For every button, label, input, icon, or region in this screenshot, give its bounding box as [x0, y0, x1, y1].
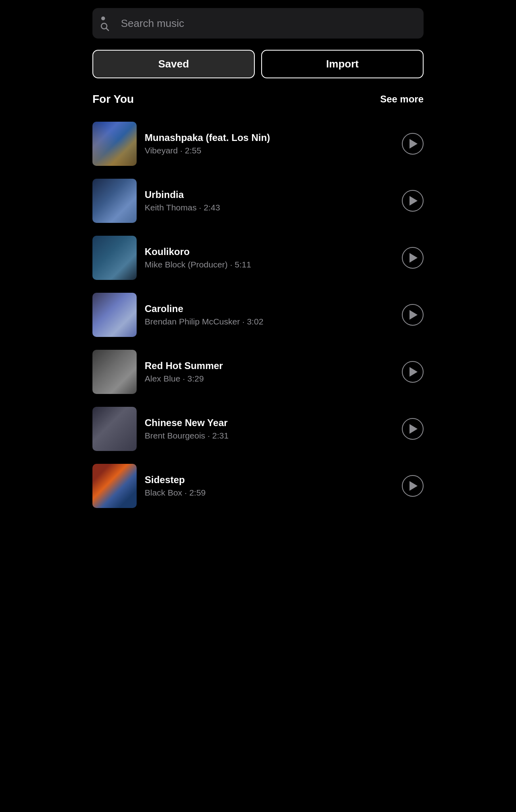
see-more-link[interactable]: See more [380, 94, 424, 105]
tab-saved[interactable]: Saved [92, 50, 255, 78]
play-button[interactable] [402, 190, 424, 212]
play-button[interactable] [402, 304, 424, 326]
track-item[interactable]: Koulikoro Mike Block (Producer) · 5:11 [92, 229, 424, 286]
play-icon [410, 424, 418, 434]
track-artwork [92, 236, 137, 280]
track-artwork [92, 350, 137, 394]
track-info: Koulikoro Mike Block (Producer) · 5:11 [145, 246, 394, 269]
track-meta: Brendan Philip McCusker · 3:02 [145, 317, 394, 326]
track-title: Urbindia [145, 189, 394, 200]
track-info: Munashpaka (feat. Los Nin) Vibeyard · 2:… [145, 132, 394, 155]
track-meta: Keith Thomas · 2:43 [145, 203, 394, 212]
play-button[interactable] [402, 418, 424, 440]
track-artwork [92, 293, 137, 337]
track-title: Sidestep [145, 474, 394, 486]
search-input[interactable] [121, 17, 416, 30]
track-artwork [92, 464, 137, 508]
track-artwork [92, 407, 137, 451]
play-icon [410, 310, 418, 320]
track-info: Sidestep Black Box · 2:59 [145, 474, 394, 498]
track-title: Koulikoro [145, 246, 394, 257]
track-info: Chinese New Year Brent Bourgeois · 2:31 [145, 417, 394, 441]
track-info: Red Hot Summer Alex Blue · 3:29 [145, 360, 394, 384]
play-icon [410, 139, 418, 149]
track-list: Munashpaka (feat. Los Nin) Vibeyard · 2:… [92, 115, 424, 514]
track-artwork [92, 122, 137, 166]
track-item[interactable]: Urbindia Keith Thomas · 2:43 [92, 172, 424, 229]
section-header: For You See more [92, 93, 424, 106]
svg-line-1 [106, 29, 109, 31]
search-bar: ● [92, 8, 424, 39]
play-icon [410, 367, 418, 377]
track-item[interactable]: Sidestep Black Box · 2:59 [92, 457, 424, 514]
track-meta: Brent Bourgeois · 2:31 [145, 431, 394, 441]
play-icon [410, 253, 418, 263]
track-item[interactable]: Caroline Brendan Philip McCusker · 3:02 [92, 286, 424, 343]
track-item[interactable]: Munashpaka (feat. Los Nin) Vibeyard · 2:… [92, 115, 424, 172]
track-item[interactable]: Chinese New Year Brent Bourgeois · 2:31 [92, 400, 424, 457]
track-info: Urbindia Keith Thomas · 2:43 [145, 189, 394, 212]
play-button[interactable] [402, 133, 424, 155]
play-icon [410, 481, 418, 491]
track-info: Caroline Brendan Philip McCusker · 3:02 [145, 303, 394, 326]
track-meta: Vibeyard · 2:55 [145, 146, 394, 155]
play-button[interactable] [402, 247, 424, 269]
track-meta: Mike Block (Producer) · 5:11 [145, 260, 394, 269]
track-item[interactable]: Red Hot Summer Alex Blue · 3:29 [92, 343, 424, 400]
track-artwork [92, 179, 137, 223]
track-meta: Alex Blue · 3:29 [145, 374, 394, 384]
search-icon: ● [100, 14, 116, 33]
play-button[interactable] [402, 361, 424, 383]
track-meta: Black Box · 2:59 [145, 488, 394, 498]
track-title: Red Hot Summer [145, 360, 394, 371]
track-title: Caroline [145, 303, 394, 314]
track-title: Chinese New Year [145, 417, 394, 428]
play-button[interactable] [402, 475, 424, 497]
tab-import[interactable]: Import [261, 50, 424, 78]
play-icon [410, 196, 418, 206]
tab-buttons: Saved Import [92, 50, 424, 78]
track-title: Munashpaka (feat. Los Nin) [145, 132, 394, 143]
section-title: For You [92, 93, 134, 106]
